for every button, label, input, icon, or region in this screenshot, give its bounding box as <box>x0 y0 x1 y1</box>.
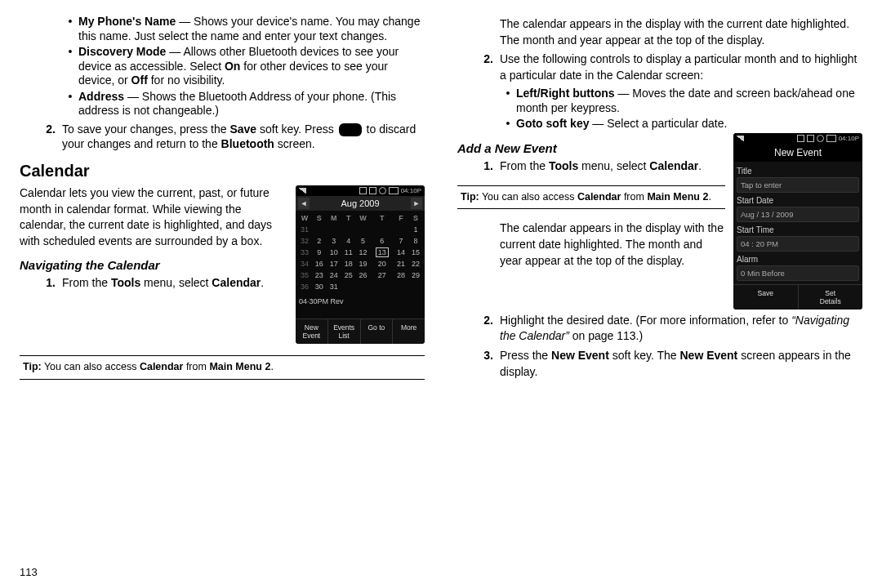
right-column: The calendar appears in the display with… <box>457 13 862 581</box>
status-time: 04:10P <box>839 135 859 142</box>
status-time: 04:10P <box>401 187 421 194</box>
page-number: 113 <box>20 566 38 578</box>
battery-icon <box>389 187 399 194</box>
step-number: 3. <box>477 348 493 380</box>
hardkey-icon <box>339 123 362 136</box>
calendar-intro: Calendar lets you view the current, past… <box>20 185 287 249</box>
phone-titlebar: New Event <box>733 144 862 162</box>
bullet-goto: • Goto soft key — Select a particular da… <box>505 117 862 131</box>
step-number: 1. <box>477 158 493 174</box>
add-event-text: Add a New Event 1. From the Tools menu, … <box>457 133 725 269</box>
tip-box: Tip: You can also access Calendar from M… <box>457 185 725 210</box>
field-label: Title <box>737 167 859 176</box>
bullet-label: My Phone's Name <box>78 15 176 28</box>
bullet-dot-icon: • <box>67 15 74 43</box>
add-step-1: 1. From the Tools menu, select Calendar. <box>477 158 725 174</box>
field-label: Start Date <box>737 196 859 205</box>
step-body: From the Tools menu, select Calendar. <box>500 158 725 174</box>
bullet-dot-icon: • <box>67 45 74 88</box>
add-event-section: Add a New Event 1. From the Tools menu, … <box>457 133 862 310</box>
status-icon <box>369 187 376 194</box>
step-number: 2. <box>39 122 56 153</box>
battery-icon <box>826 135 836 142</box>
phone-calendar-screenshot: 04:10P ◄ Aug 2009 ► WSMTWTFS311322345678… <box>296 185 425 344</box>
step-number: 2. <box>477 313 493 345</box>
phone-new-event-screenshot: 04:10P New Event TitleTap to enterStart … <box>733 133 862 310</box>
calendar-text: Calendar lets you view the current, past… <box>20 185 287 293</box>
bullet-dot-icon: • <box>67 90 74 118</box>
month-title: Aug 2009 <box>341 198 379 208</box>
left-column: • My Phone's Name — Shows your device's … <box>20 13 425 581</box>
bullet-label: Address <box>78 90 124 103</box>
step-number: 2. <box>477 51 493 83</box>
bullet-discovery-mode: • Discovery Mode — Allows other Bluetoot… <box>67 45 425 88</box>
add-step-3: 3. Press the New Event soft key. The New… <box>477 348 862 380</box>
status-icon <box>797 135 804 142</box>
field-value[interactable]: Tap to enter <box>737 177 859 193</box>
bullet-address: • Address — Shows the Bluetooth Address … <box>67 90 425 118</box>
step-body: Highlight the desired date. (For more in… <box>500 313 862 345</box>
clock-icon <box>817 135 824 142</box>
field-value[interactable]: 04 : 20 PM <box>737 236 859 252</box>
softkey-bar: SaveSetDetails <box>733 284 862 310</box>
phone-titlebar: ◄ Aug 2009 ► <box>296 196 425 211</box>
add-step-2: 2. Highlight the desired date. (For more… <box>477 313 862 345</box>
softkey[interactable]: NewEvent <box>296 319 327 344</box>
add-para-2: The calendar appears in the display with… <box>500 220 725 269</box>
screen-title: New Event <box>774 147 822 158</box>
clock-icon <box>379 187 386 194</box>
bullet-left-right: • Left/Right buttons — Moves the date an… <box>505 87 862 115</box>
phone-statusbar: 04:10P <box>296 185 425 196</box>
softkey[interactable]: SetDetails <box>798 285 863 310</box>
softkey-bar: NewEventEventsListGo toMore <box>296 318 425 344</box>
status-icon <box>359 187 367 194</box>
calendar-section: Calendar lets you view the current, past… <box>20 185 425 344</box>
bullet-text: Address — Shows the Bluetooth Address of… <box>78 90 425 118</box>
bullet-dot-icon: • <box>505 117 511 131</box>
prev-month-icon[interactable]: ◄ <box>298 198 310 209</box>
field-value[interactable]: Aug / 13 / 2009 <box>737 207 859 222</box>
step-body: From the Tools menu, select Calendar. <box>62 275 287 291</box>
nav-step-2: 2. Use the following controls to display… <box>477 51 862 83</box>
bullet-text: My Phone's Name — Shows your device's na… <box>78 15 425 43</box>
step-body: Press the New Event soft key. The New Ev… <box>500 348 862 380</box>
bullet-label: Discovery Mode <box>78 45 166 58</box>
field-label: Alarm <box>737 255 859 264</box>
signal-icon <box>299 188 306 194</box>
new-event-form: TitleTap to enterStart DateAug / 13 / 20… <box>733 162 862 284</box>
manual-page: • My Phone's Name — Shows your device's … <box>0 0 882 588</box>
softkey[interactable]: More <box>392 319 425 344</box>
signal-icon <box>737 136 744 141</box>
bullet-my-phones-name: • My Phone's Name — Shows your device's … <box>67 15 425 43</box>
bullet-text: Discovery Mode — Allows other Bluetooth … <box>78 45 425 88</box>
heading-navigating-calendar: Navigating the Calendar <box>20 258 287 272</box>
softkey[interactable]: Save <box>733 285 798 310</box>
bullet-text: Goto soft key — Select a particular date… <box>516 117 727 131</box>
cal-appears-para: The calendar appears in the display with… <box>500 16 862 48</box>
bullet-text: Left/Right buttons — Moves the date and … <box>516 87 862 115</box>
tip-box: Tip: You can also access Calendar from M… <box>20 355 425 380</box>
next-month-icon[interactable]: ► <box>411 198 422 209</box>
step-body: To save your changes, press the Save sof… <box>62 122 425 153</box>
nav-step-1: 1. From the Tools menu, select Calendar. <box>39 275 287 291</box>
calendar-grid[interactable]: WSMTWTFS31132234567833910111213141534161… <box>296 211 425 294</box>
heading-add-new-event: Add a New Event <box>457 141 725 155</box>
phone-statusbar: 04:10P <box>733 133 862 144</box>
event-preview: 04·30PM Rev <box>296 294 425 318</box>
step-2-save: 2. To save your changes, press the Save … <box>39 122 425 153</box>
softkey[interactable]: Go to <box>360 319 393 344</box>
bullet-dot-icon: • <box>505 87 511 115</box>
field-label: Start Time <box>737 225 859 234</box>
field-value[interactable]: 0 Min Before <box>737 265 859 281</box>
status-icon <box>807 135 814 142</box>
heading-calendar: Calendar <box>20 162 425 180</box>
step-body: Use the following controls to display a … <box>500 51 862 83</box>
step-number: 1. <box>39 275 56 291</box>
softkey[interactable]: EventsList <box>327 319 360 344</box>
